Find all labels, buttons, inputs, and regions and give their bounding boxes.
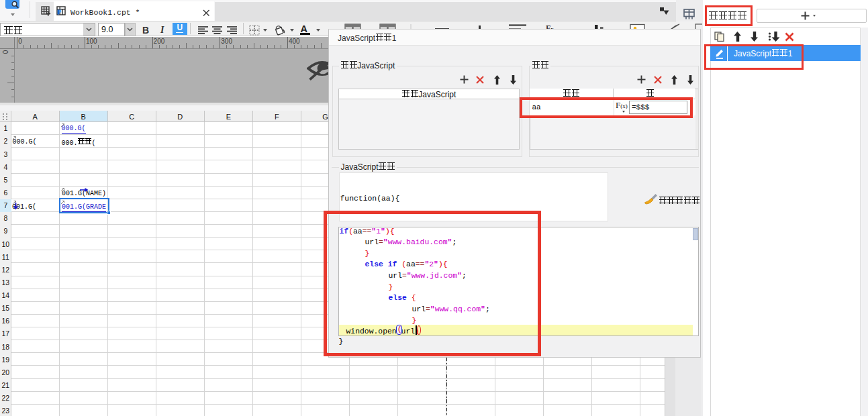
- svg-text:Fx: Fx: [546, 23, 554, 30]
